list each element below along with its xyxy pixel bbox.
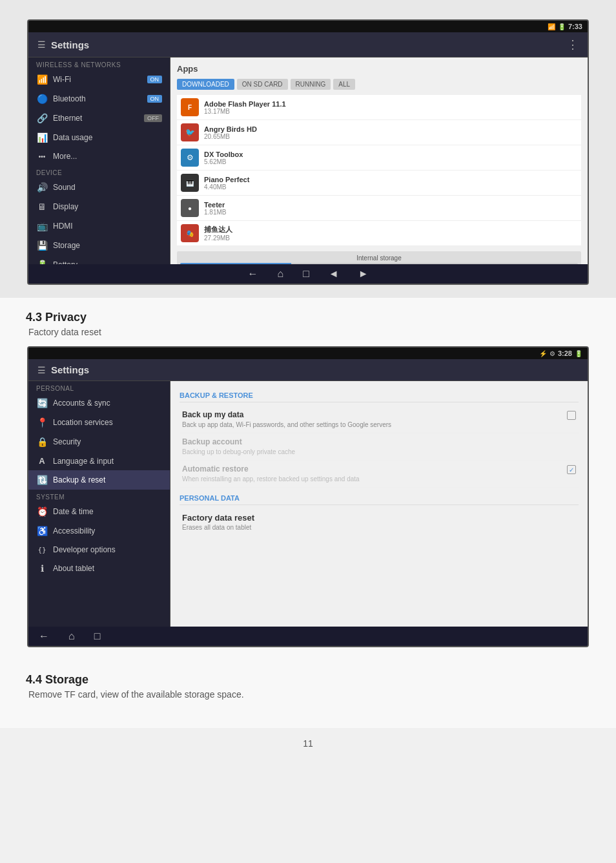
- auto-restore-checkbox[interactable]: [567, 465, 576, 474]
- settings-content-2: BACKUP & RESTORE Back up my data Back up…: [170, 381, 588, 627]
- doc-section-43: 4.3 Privacy Factory data reset ⚡ ⚙ 3:28 …: [0, 298, 616, 660]
- vol-up-button[interactable]: ►: [358, 268, 369, 280]
- sidebar-item-accessibility[interactable]: ♿ Accessibility: [28, 521, 170, 541]
- sidebar-item-display[interactable]: 🖥 Display: [28, 197, 170, 216]
- backup-account-desc: Backing up to debug-only private cache: [182, 448, 576, 456]
- settings-title-2: Settings: [51, 364, 89, 375]
- language-label: Language & input: [53, 457, 114, 466]
- sidebar-item-storage[interactable]: 💾 Storage: [28, 236, 170, 255]
- app-item-adobe[interactable]: F Adobe Flash Player 11.1 13.17MB: [177, 95, 581, 120]
- sidebar-item-sound[interactable]: 🔊 Sound: [28, 178, 170, 197]
- recent-button-2[interactable]: □: [94, 630, 101, 642]
- adobe-name: Adobe Flash Player 11.1: [204, 100, 577, 108]
- sidebar-item-about[interactable]: ℹ About tablet: [28, 559, 170, 578]
- accounts-sync-label: Accounts & sync: [53, 399, 110, 408]
- section-43-subtitle: Factory data reset: [26, 327, 590, 337]
- sidebar-item-data-usage[interactable]: 📊 Data usage: [28, 128, 170, 147]
- section-44-title: 4.4 Storage: [26, 673, 590, 687]
- app-item-teeter[interactable]: ● Teeter 1.81MB: [177, 196, 581, 221]
- app-item-buyu[interactable]: 🎭 捕鱼达人 27.29MB: [177, 221, 581, 246]
- angry-birds-size: 20.65MB: [204, 133, 577, 140]
- language-icon: A: [36, 456, 48, 466]
- usb-icon: ⚡: [539, 350, 547, 357]
- sidebar-item-date-time[interactable]: ⏰ Date & time: [28, 502, 170, 521]
- doc-section-44: 4.4 Storage Remove TF card, view of the …: [0, 660, 616, 728]
- about-label: About tablet: [53, 564, 94, 573]
- settings-sidebar-2: PERSONAL 🔄 Accounts & sync 📍 Location se…: [28, 381, 170, 627]
- backup-item-data[interactable]: Back up my data Back up app data, Wi-Fi …: [180, 406, 579, 433]
- tab-downloaded[interactable]: DOWNLOADED: [177, 79, 234, 90]
- app-item-dx-toolbox[interactable]: ⚙ DX Toolbox 5.62MB: [177, 145, 581, 171]
- more-icon: •••: [36, 153, 48, 160]
- home-button-2[interactable]: ⌂: [68, 630, 75, 642]
- sidebar-item-developer[interactable]: {} Developer options: [28, 541, 170, 559]
- storage-title: Internal storage: [180, 255, 578, 262]
- recent-button[interactable]: □: [303, 268, 309, 280]
- adobe-size: 13.17MB: [204, 108, 577, 115]
- accessibility-icon: ♿: [36, 526, 48, 536]
- hdmi-icon: 📺: [36, 221, 48, 231]
- sidebar-section-system: SYSTEM: [28, 490, 170, 502]
- teeter-icon: ●: [181, 199, 199, 217]
- settings-header-1: ☰ Settings ⋮: [28, 32, 588, 57]
- status-bar-2: ⚡ ⚙ 3:28 🔋: [28, 348, 588, 359]
- backup-section-title: BACKUP & RESTORE: [180, 388, 579, 402]
- factory-reset-title: Factory data reset: [182, 513, 576, 523]
- time-display: 7:33: [568, 23, 582, 30]
- sidebar-section-wireless: WIRELESS & NETWORKS: [28, 57, 170, 70]
- backup-data-checkbox[interactable]: [567, 411, 576, 420]
- status-icons-2: ⚡ ⚙ 3:28 🔋: [539, 349, 582, 357]
- backup-data-title: Back up my data: [182, 410, 562, 419]
- screenshot-area-1: 📶 🔋 7:33 ☰ Settings ⋮ WIRELESS & NETWORK…: [0, 0, 616, 298]
- wifi-toggle[interactable]: ON: [147, 76, 163, 83]
- settings-body-2: PERSONAL 🔄 Accounts & sync 📍 Location se…: [28, 381, 588, 627]
- app-item-angry-birds[interactable]: 🐦 Angry Birds HD 20.65MB: [177, 120, 581, 145]
- sidebar-item-bluetooth[interactable]: 🔵 Bluetooth ON: [28, 89, 170, 109]
- home-button[interactable]: ⌂: [277, 268, 283, 280]
- sidebar-item-wifi[interactable]: 📶 Wi-Fi ON: [28, 70, 170, 89]
- sidebar-item-backup-reset[interactable]: 🔃 Backup & reset: [28, 470, 170, 490]
- backup-account-title: Backup account: [182, 437, 576, 446]
- vol-down-button[interactable]: ◄: [329, 268, 339, 280]
- tab-sd-card[interactable]: ON SD CARD: [237, 79, 288, 90]
- sidebar-item-location[interactable]: 📍 Location services: [28, 413, 170, 432]
- adobe-icon: F: [181, 98, 199, 116]
- sidebar-section-device: DEVICE: [28, 165, 170, 178]
- sidebar-item-ethernet[interactable]: 🔗 Ethernet OFF: [28, 109, 170, 128]
- dx-toolbox-size: 5.62MB: [204, 158, 577, 165]
- storage-bar-track: [180, 263, 578, 264]
- factory-reset-item[interactable]: Factory data reset Erases all data on ta…: [180, 509, 579, 535]
- angry-birds-name: Angry Birds HD: [204, 125, 577, 133]
- back-button-2[interactable]: ←: [39, 630, 49, 642]
- piano-name: Piano Perfect: [204, 176, 577, 183]
- sidebar-item-battery[interactable]: 🔋 Battery: [28, 255, 170, 264]
- sidebar-item-more[interactable]: ••• More...: [28, 147, 170, 165]
- tab-all[interactable]: ALL: [333, 79, 355, 90]
- settings-back-icon[interactable]: ☰: [37, 39, 46, 50]
- overflow-menu-icon[interactable]: ⋮: [567, 37, 579, 52]
- settings-menu-icon-2[interactable]: ☰: [37, 365, 46, 375]
- sidebar-item-hdmi[interactable]: 📺 HDMI: [28, 216, 170, 236]
- time-display-2: 3:28: [558, 349, 572, 357]
- sidebar-item-accounts-2[interactable]: 🔄 Accounts & sync: [28, 393, 170, 413]
- location-label: Location services: [53, 418, 113, 427]
- backup-reset-icon: 🔃: [36, 475, 48, 485]
- buyu-icon: 🎭: [181, 224, 199, 242]
- back-button[interactable]: ←: [247, 268, 258, 280]
- security-icon: 🔒: [36, 437, 48, 447]
- bluetooth-toggle[interactable]: ON: [147, 95, 163, 103]
- settings-icon-status: ⚙: [549, 350, 555, 357]
- dx-toolbox-icon: ⚙: [181, 149, 199, 167]
- accessibility-label: Accessibility: [53, 526, 95, 535]
- developer-icon: {}: [36, 546, 48, 554]
- sidebar-item-security[interactable]: 🔒 Security: [28, 432, 170, 452]
- about-icon: ℹ: [36, 563, 48, 574]
- angry-birds-icon: 🐦: [181, 123, 199, 141]
- settings-sidebar-1: WIRELESS & NETWORKS 📶 Wi-Fi ON 🔵 Bluetoo…: [28, 57, 170, 264]
- app-item-piano[interactable]: 🎹 Piano Perfect 4.40MB: [177, 171, 581, 196]
- ethernet-toggle[interactable]: OFF: [144, 114, 162, 122]
- dx-toolbox-name: DX Toolbox: [204, 151, 577, 158]
- tab-running[interactable]: RUNNING: [291, 79, 331, 90]
- status-bar-1: 📶 🔋 7:33: [28, 21, 588, 32]
- sidebar-item-language[interactable]: A Language & input: [28, 452, 170, 470]
